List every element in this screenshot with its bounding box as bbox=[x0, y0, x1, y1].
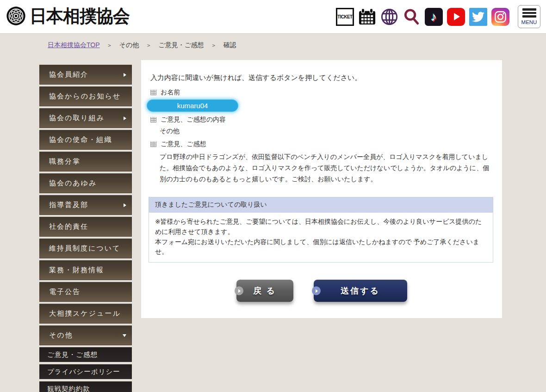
calendar-icon[interactable] bbox=[358, 8, 376, 26]
chevron-down-icon bbox=[123, 334, 126, 337]
site-logo[interactable]: 日本相撲協会 bbox=[6, 5, 130, 28]
sidebar-subitem-spectator-terms[interactable]: 観戦契約約款 bbox=[39, 381, 132, 392]
youtube-icon[interactable] bbox=[447, 8, 465, 26]
name-value-highlighted: kumaru04 bbox=[147, 100, 238, 111]
sidebar-nav: 協会員紹介 協会からのお知らせ 協会の取り組み 協会の使命・組織 職務分掌 協会… bbox=[39, 65, 132, 392]
button-arrow-icon bbox=[235, 287, 243, 295]
breadcrumb: 日本相撲協会TOP ＞ その他 ＞ ご意見・ご感想 ＞ 確認 bbox=[48, 41, 236, 49]
breadcrumb-separator: ＞ bbox=[107, 42, 112, 49]
sidebar-subitem-feedback[interactable]: ご意見・ご感想 bbox=[39, 347, 132, 362]
sidebar-item-duties[interactable]: 職務分掌 bbox=[39, 152, 132, 172]
sidebar-item-initiatives[interactable]: 協会の取り組み bbox=[39, 108, 132, 128]
breadcrumb-item-current: 確認 bbox=[223, 41, 236, 49]
handling-notice-title: 頂きましたご意見についての取り扱い bbox=[149, 197, 493, 212]
sidebar-item-finance[interactable]: 業務・財務情報 bbox=[39, 260, 132, 280]
sidebar-item-schedule[interactable]: 大相撲スケジュール bbox=[39, 304, 132, 324]
sumo-mon-icon bbox=[6, 6, 26, 28]
feedback-field-label: ご意見、ご感想 bbox=[150, 140, 493, 148]
sidebar-item-e-notice[interactable]: 電子公告 bbox=[39, 282, 132, 302]
breadcrumb-item: ご意見・ご感想 bbox=[158, 41, 204, 49]
category-field-label: ご意見、ご感想の内容 bbox=[150, 116, 493, 124]
button-arrow-icon bbox=[312, 287, 321, 295]
confirmation-panel: 入力内容に間違いが無ければ、送信するボタンを押してください。 お名前 kumar… bbox=[141, 60, 502, 318]
button-row: 戻 る 送信する bbox=[150, 280, 493, 302]
menu-button-label: MENU bbox=[521, 20, 537, 25]
ticket-icon[interactable]: TICKET bbox=[336, 8, 354, 26]
chevron-right-icon bbox=[124, 203, 126, 207]
breadcrumb-separator: ＞ bbox=[211, 42, 217, 49]
sidebar-item-supporter-system[interactable]: 維持員制度について bbox=[39, 239, 132, 258]
page: { "header": { "logo": { "text": "日本相撲協会"… bbox=[0, 0, 546, 392]
confirmation-instruction: 入力内容に間違いが無ければ、送信するボタンを押してください。 bbox=[150, 74, 493, 82]
sidebar-item-guidance[interactable]: 指導普及部 bbox=[39, 195, 132, 215]
handling-notice-body: ※皆様から寄せられたご意見、ご要望については、日本相撲協会にお伝えし、今後のより… bbox=[149, 212, 493, 263]
grid-bullet-icon bbox=[150, 117, 156, 122]
breadcrumb-separator: ＞ bbox=[146, 42, 151, 49]
sidebar-item-social-responsibility[interactable]: 社会的責任 bbox=[39, 217, 132, 237]
sidebar-item-news[interactable]: 協会からのお知らせ bbox=[39, 86, 132, 106]
ticket-icon-label: TICKET bbox=[337, 14, 352, 19]
search-icon[interactable] bbox=[403, 8, 421, 26]
feedback-value: プロ野球の中日ドラゴンズが、依田監督以下のベンチ入りのメンバー全員が、ロゴ入りマ… bbox=[160, 152, 493, 184]
sidebar-item-members[interactable]: 協会員紹介 bbox=[39, 65, 132, 85]
grid-bullet-icon bbox=[150, 141, 156, 147]
grid-bullet-icon bbox=[150, 90, 156, 95]
sidebar-item-history[interactable]: 協会のあゆみ bbox=[39, 173, 132, 193]
handling-notice-line: 本フォーム宛にお送りいただいた内容に関しまして、個別には返信いたしかねますので … bbox=[155, 237, 487, 257]
site-title: 日本相撲協会 bbox=[30, 5, 130, 29]
header: 日本相撲協会 TICKET bbox=[0, 0, 546, 34]
sidebar-item-others[interactable]: その他 bbox=[39, 325, 132, 345]
back-button[interactable]: 戻 る bbox=[236, 280, 293, 302]
twitter-icon[interactable] bbox=[469, 8, 487, 26]
hamburger-icon bbox=[522, 8, 536, 11]
menu-button[interactable]: MENU bbox=[518, 5, 540, 28]
breadcrumb-home-link[interactable]: 日本相撲協会TOP bbox=[48, 41, 100, 49]
breadcrumb-item: その他 bbox=[119, 41, 139, 49]
category-value: その他 bbox=[160, 127, 493, 135]
submit-button[interactable]: 送信する bbox=[314, 280, 407, 302]
tiktok-icon[interactable]: ♪ bbox=[425, 8, 443, 26]
header-icon-bar: TICKET bbox=[336, 8, 509, 26]
sidebar-subitem-privacy-policy[interactable]: プライバシーポリシー bbox=[39, 364, 132, 379]
chevron-right-icon bbox=[124, 116, 126, 120]
globe-icon[interactable] bbox=[380, 8, 398, 26]
sidebar-item-mission[interactable]: 協会の使命・組織 bbox=[39, 130, 132, 150]
name-field-label: お名前 bbox=[150, 88, 493, 97]
handling-notice-line: ※皆様から寄せられたご意見、ご要望については、日本相撲協会にお伝えし、今後のより… bbox=[155, 217, 487, 237]
instagram-icon[interactable] bbox=[491, 8, 509, 26]
chevron-right-icon bbox=[124, 73, 126, 77]
handling-notice-box: 頂きましたご意見についての取り扱い ※皆様から寄せられたご意見、ご要望については… bbox=[149, 197, 493, 263]
